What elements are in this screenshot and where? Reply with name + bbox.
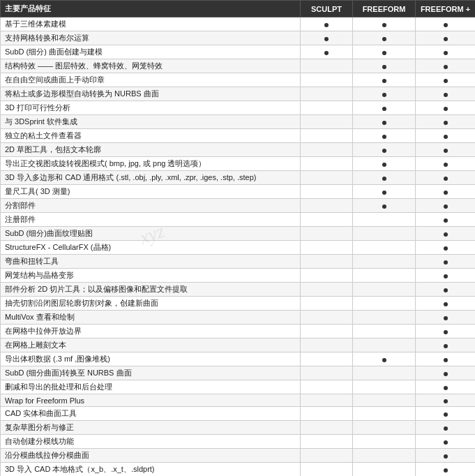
freeform-dot-cell (353, 115, 416, 129)
table-row: 导出体积数据 (.3 mf ,图像堆栈) (1, 352, 476, 366)
sculpt-dot-cell (301, 269, 353, 283)
sculpt-dot-cell (301, 45, 353, 59)
table-row: 在网格中拉伸开放边界 (1, 325, 476, 339)
dot-icon (444, 246, 448, 251)
freeformplus-dot-cell (416, 73, 476, 87)
dot-icon (324, 51, 329, 55)
table-row: Wrap for Freeform Plus (1, 394, 476, 407)
feature-cell: 自动创建分模线功能 (1, 435, 301, 449)
sculpt-dot-cell (301, 283, 353, 297)
table-row: 与 3DSprint 软件集成 (1, 115, 476, 129)
freeform-dot-cell (353, 241, 416, 255)
feature-cell: 量尺工具( 3D 测量) (1, 185, 301, 199)
dot-icon (444, 232, 448, 237)
dot-icon (382, 121, 386, 125)
dot-icon (382, 79, 386, 83)
table-row: 2D 草图工具，包括文本轮廓 (1, 143, 476, 157)
sculpt-dot-cell (301, 115, 353, 129)
dot-icon (444, 65, 448, 69)
freeform-dot-cell (353, 394, 416, 407)
dot-icon (324, 37, 329, 41)
sculpt-dot-cell (301, 394, 353, 407)
freeform-dot-cell (353, 269, 416, 283)
header-feature: 主要产品特征 (1, 1, 301, 17)
freeform-dot-cell (353, 31, 416, 45)
dot-icon (444, 107, 448, 111)
dot-icon (444, 440, 448, 445)
table-row: CAD 实体和曲面工具 (1, 407, 476, 421)
table-row: MultiVox 查看和绘制 (1, 311, 476, 325)
table-row: 结构特效 —— 图层特效、蜂窝特效、网笼特效 (1, 59, 476, 73)
dot-icon (444, 386, 448, 390)
freeform-dot-cell (353, 171, 416, 185)
dot-icon (444, 316, 448, 320)
table-row: 将粘土或多边形模型自动转换为 NURBS 曲面 (1, 87, 476, 101)
freeform-dot-cell (353, 59, 416, 73)
sculpt-dot-cell (301, 101, 353, 115)
freeform-dot-cell (353, 255, 416, 269)
dot-icon (444, 412, 448, 417)
freeformplus-dot-cell (416, 311, 476, 325)
freeform-dot-cell (353, 421, 416, 435)
table-row: 独立的粘土文件查看器 (1, 129, 476, 143)
dot-icon (444, 177, 448, 181)
sculpt-dot-cell (301, 435, 353, 449)
dot-icon (382, 163, 386, 167)
freeform-dot-cell (353, 185, 416, 199)
freeform-dot-cell (353, 352, 416, 366)
dot-icon (382, 204, 386, 209)
sculpt-dot-cell (301, 59, 353, 73)
dot-icon (444, 358, 448, 362)
feature-cell: 在网格上雕刻文本 (1, 339, 301, 352)
dot-icon (382, 149, 386, 153)
feature-cell: SubD (细分曲面)转换至 NURBS 曲面 (1, 366, 301, 380)
table-row: 3D 导入 CAD 本地格式（x_b、.x_t、.sldprt) (1, 463, 476, 477)
table-row: 3D 导入多边形和 CAD 通用格式 (.stl, .obj, .ply, .x… (1, 171, 476, 185)
freeformplus-dot-cell (416, 380, 476, 394)
dot-icon (444, 426, 448, 431)
table-row: 注册部件 (1, 213, 476, 227)
sculpt-dot-cell (301, 241, 353, 255)
feature-cell: 部件分析 2D 切片工具；以及偏移图像和配置文件提取 (1, 283, 301, 297)
dot-icon (444, 135, 448, 139)
dot-icon (382, 23, 386, 27)
freeform-dot-cell (353, 325, 416, 339)
table-row: StructureFX - CellularFX (晶格) (1, 241, 476, 255)
freeformplus-dot-cell (416, 171, 476, 185)
dot-icon (444, 399, 448, 403)
freeformplus-dot-cell (416, 463, 476, 477)
feature-cell: 抽壳切割沿闭图层轮廓切割对象，创建新曲面 (1, 297, 301, 311)
sculpt-dot-cell (301, 87, 353, 101)
freeform-dot-cell (353, 380, 416, 394)
sculpt-dot-cell (301, 129, 353, 143)
freeformplus-dot-cell (416, 129, 476, 143)
freeformplus-dot-cell (416, 115, 476, 129)
table-row: 弯曲和扭转工具 (1, 255, 476, 269)
sculpt-dot-cell (301, 171, 353, 185)
feature-cell: 沿分模曲线拉伸分模曲面 (1, 449, 301, 463)
dot-icon (444, 51, 448, 55)
dot-icon (324, 23, 329, 27)
table-row: 支持网格转换和布尔运算 (1, 31, 476, 45)
dot-icon (382, 65, 386, 69)
table-row: 沿分模曲线拉伸分模曲面 (1, 449, 476, 463)
freeformplus-dot-cell (416, 213, 476, 227)
freeform-dot-cell (353, 366, 416, 380)
freeformplus-dot-cell (416, 339, 476, 352)
table-container: 主要产品特征 SCULPT FREEFORM FREEFORM + 基于三维体素… (0, 0, 475, 476)
dot-icon (444, 163, 448, 167)
table-row: 在自由空间或曲面上手动印章 (1, 73, 476, 87)
freeform-dot-cell (353, 297, 416, 311)
dot-icon (444, 372, 448, 376)
sculpt-dot-cell (301, 17, 353, 31)
table-row: 复杂草图分析与修正 (1, 421, 476, 435)
feature-cell: 2D 草图工具，包括文本轮廓 (1, 143, 301, 157)
feature-cell: 支持网格转换和布尔运算 (1, 31, 301, 45)
sculpt-dot-cell (301, 325, 353, 339)
feature-cell: 基于三维体素建模 (1, 17, 301, 31)
dot-icon (444, 288, 448, 292)
table-row: 量尺工具( 3D 测量) (1, 185, 476, 199)
freeform-dot-cell (353, 87, 416, 101)
dot-icon (444, 93, 448, 97)
features-table: 主要产品特征 SCULPT FREEFORM FREEFORM + 基于三维体素… (0, 0, 475, 476)
